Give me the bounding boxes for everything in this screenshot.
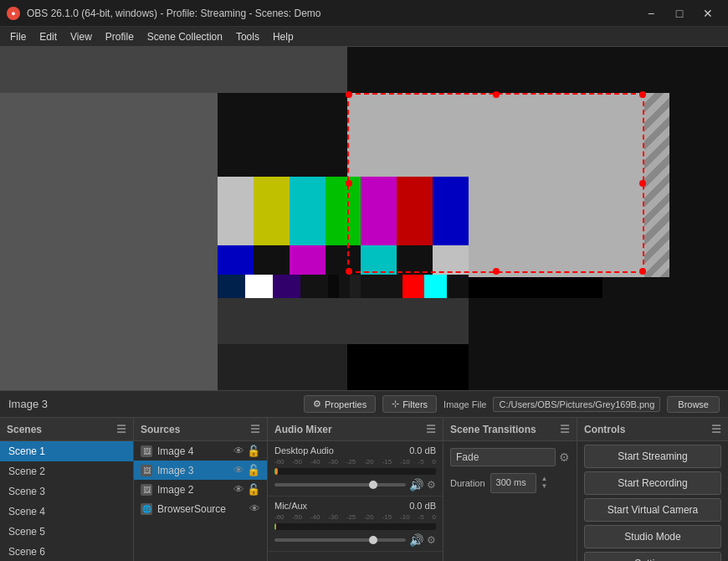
duration-spinner: ▲ ▼ <box>541 476 548 490</box>
scene-item-2[interactable]: Scene 2 <box>0 461 133 481</box>
minimize-button[interactable]: − <box>638 5 664 22</box>
transitions-content: Fade ⚙ Duration 300 ms ▲ ▼ <box>443 441 577 561</box>
source-item-browser[interactable]: 🌐 BrowserSource 👁 <box>134 499 267 518</box>
transition-settings-icon[interactable]: ⚙ <box>559 450 570 464</box>
browse-button[interactable]: Browse <box>667 396 720 413</box>
audio-mixer-menu-icon[interactable]: ☰ <box>426 423 436 435</box>
settings-button[interactable]: Settings <box>584 552 721 561</box>
properties-button[interactable]: ⚙ Properties <box>304 395 376 413</box>
scenes-list: Scene 1 Scene 2 Scene 3 Scene 4 Scene 5 … <box>0 441 133 561</box>
source-visibility-btn-image2[interactable]: 👁 <box>233 483 244 496</box>
scene-item-3[interactable]: Scene 3 <box>0 481 133 502</box>
preview-lowerleft-grey <box>218 344 347 390</box>
duration-down-button[interactable]: ▼ <box>541 483 548 490</box>
source-lock-btn-image4[interactable]: 🔓 <box>247 445 260 457</box>
transition-type-select[interactable]: Fade <box>450 448 556 466</box>
start-streaming-button[interactable]: Start Streaming <box>584 445 721 468</box>
maximize-button[interactable]: □ <box>666 5 693 22</box>
studio-mode-button[interactable]: Studio Mode <box>584 525 721 548</box>
menu-help[interactable]: Help <box>266 29 300 44</box>
source-type-icon-browser: 🌐 <box>141 503 152 515</box>
mic-aux-name: Mic/Aux <box>274 501 307 511</box>
preview-area <box>0 47 728 390</box>
mic-aux-volume-row: 🔊 ⚙ <box>274 533 436 547</box>
source-item-image2[interactable]: 🖼 Image 2 👁 🔓 <box>134 480 267 499</box>
source-lock-btn-image2[interactable]: 🔓 <box>247 483 260 496</box>
filters-button[interactable]: ⊹ Filters <box>382 395 437 413</box>
source-controls-browser: 👁 <box>249 502 260 515</box>
desktop-audio-volume-row: 🔊 ⚙ <box>274 478 436 492</box>
menu-edit[interactable]: Edit <box>33 29 64 44</box>
controls-buttons: Start Streaming Start Recording Start Vi… <box>577 441 728 561</box>
source-label-bar: Image 3 ⚙ Properties ⊹ Filters Image Fil… <box>0 390 728 417</box>
source-visibility-btn-image3[interactable]: 👁 <box>233 464 244 476</box>
mic-aux-slider[interactable] <box>274 538 406 542</box>
menu-tools[interactable]: Tools <box>229 29 266 44</box>
scene-item-4[interactable]: Scene 4 <box>0 502 133 522</box>
source-item-image3[interactable]: 🖼 Image 3 👁 🔓 <box>134 461 267 480</box>
duration-up-button[interactable]: ▲ <box>541 476 548 482</box>
mic-aux-meter <box>274 523 436 530</box>
scenes-panel-menu-icon[interactable]: ☰ <box>116 423 126 435</box>
controls-panel: Controls ☰ Start Streaming Start Recordi… <box>577 418 728 561</box>
mic-aux-db: 0.0 dB <box>409 501 436 511</box>
source-lock-btn-image3[interactable]: 🔓 <box>247 464 260 476</box>
source-name-image3: Image 3 <box>157 465 193 476</box>
color-bars <box>218 177 469 298</box>
source-visibility-btn-browser[interactable]: 👁 <box>249 502 260 515</box>
window-title: OBS 26.1.0 (64-bit, windows) - Profile: … <box>27 8 320 19</box>
start-recording-button[interactable]: Start Recording <box>584 471 721 495</box>
mic-aux-channel: Mic/Aux 0.0 dB -60-50-40-30-25-20-15-10-… <box>268 497 443 552</box>
source-name-browser: BrowserSource <box>157 503 226 515</box>
sources-panel: Sources ☰ 🖼 Image 4 👁 🔓 🖼 Image 3 👁 🔓 <box>134 418 268 561</box>
sources-header-label: Sources <box>141 424 180 435</box>
scene-item-5[interactable]: Scene 5 <box>0 522 133 542</box>
filter-icon: ⊹ <box>392 399 399 409</box>
preview-mid-grey <box>0 93 218 390</box>
menu-view[interactable]: View <box>64 29 99 44</box>
mic-aux-mute-button[interactable]: 🔊 <box>409 533 423 547</box>
window-controls: − □ ✕ <box>638 5 721 22</box>
desktop-audio-mute-button[interactable]: 🔊 <box>409 478 423 492</box>
transitions-header: Scene Transitions ☰ <box>443 418 577 441</box>
source-controls-image3: 👁 🔓 <box>233 464 260 476</box>
titlebar: ● OBS 26.1.0 (64-bit, windows) - Profile… <box>0 0 728 27</box>
close-button[interactable]: ✕ <box>695 5 721 22</box>
scene-item-6[interactable]: Scene 6 <box>0 542 133 561</box>
source-controls-image2: 👁 🔓 <box>233 483 260 496</box>
source-item-image4[interactable]: 🖼 Image 4 👁 🔓 <box>134 441 267 461</box>
menu-file[interactable]: File <box>3 29 33 44</box>
scenes-panel: Scenes ☰ Scene 1 Scene 2 Scene 3 Scene 4… <box>0 418 134 561</box>
gear-icon: ⚙ <box>313 399 321 409</box>
mic-aux-settings-icon[interactable]: ⚙ <box>427 534 436 546</box>
titlebar-left: ● OBS 26.1.0 (64-bit, windows) - Profile… <box>7 7 320 20</box>
duration-label: Duration <box>450 478 485 488</box>
desktop-audio-slider[interactable] <box>274 483 406 486</box>
menu-scene-collection[interactable]: Scene Collection <box>141 29 229 44</box>
desktop-audio-ticks: -60-50-40-30-25-20-15-10-50 <box>274 458 436 466</box>
active-source-name: Image 3 <box>8 398 48 410</box>
sources-panel-menu-icon[interactable]: ☰ <box>250 423 260 435</box>
desktop-audio-settings-icon[interactable]: ⚙ <box>427 479 436 491</box>
scene-item-1[interactable]: Scene 1 <box>0 441 133 461</box>
source-type-icon-image3: 🖼 <box>141 465 152 476</box>
controls-menu-icon[interactable]: ☰ <box>711 423 721 435</box>
desktop-audio-name: Desktop Audio <box>274 445 334 455</box>
desktop-audio-channel: Desktop Audio 0.0 dB -60-50-40-30-25-20-… <box>268 441 443 497</box>
scenes-panel-header: Scenes ☰ <box>0 418 133 441</box>
duration-input[interactable]: 300 ms <box>490 473 536 493</box>
source-name-image2: Image 2 <box>157 484 193 496</box>
transitions-label: Scene Transitions <box>450 424 536 435</box>
audio-mixer-header: Audio Mixer ☰ <box>268 418 443 441</box>
sources-list: 🖼 Image 4 👁 🔓 🖼 Image 3 👁 🔓 🖼 Image 2 <box>134 441 267 561</box>
source-visibility-btn-image4[interactable]: 👁 <box>233 445 244 457</box>
desktop-audio-meter-fill <box>274 468 278 475</box>
desktop-audio-header: Desktop Audio 0.0 dB <box>274 445 436 455</box>
menu-profile[interactable]: Profile <box>99 29 141 44</box>
stripe-pattern-right <box>644 93 669 277</box>
image-file-label: Image File <box>443 399 486 409</box>
start-virtual-camera-button[interactable]: Start Virtual Camera <box>584 498 721 522</box>
transitions-menu-icon[interactable]: ☰ <box>560 423 570 435</box>
mic-aux-ticks: -60-50-40-30-25-20-15-10-50 <box>274 513 436 521</box>
transition-select-row: Fade ⚙ <box>450 448 570 466</box>
